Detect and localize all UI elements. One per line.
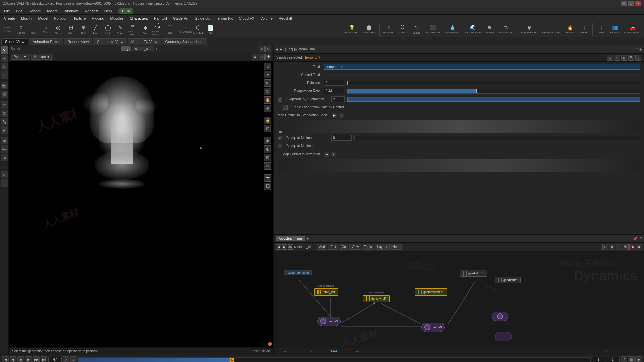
tool-null[interactable]: ⊕Null	[77, 23, 89, 36]
vp-display-icon[interactable]: ◉	[252, 54, 258, 60]
tl-key-btn[interactable]: ◆	[635, 356, 642, 362]
prop-value-controlfield[interactable]	[324, 74, 640, 76]
shelf-polygon[interactable]: Polygon	[51, 16, 70, 21]
tool-handle[interactable]: ⊡	[1, 110, 8, 117]
node-gasturbulence1[interactable]: gasturbulence1	[415, 288, 447, 296]
menu-file[interactable]: File	[1, 8, 13, 14]
graph-canvas[interactable]: Indie Edition Dynamics 人人素材 RRCG	[274, 251, 644, 355]
tool-mirror[interactable]: ⟺	[1, 145, 8, 153]
props-icon-2[interactable]: ≡	[614, 55, 620, 61]
graph-icon-3[interactable]: ⊡	[616, 244, 622, 250]
graph-btn-view[interactable]: View	[349, 244, 361, 250]
light-drivesimula[interactable]: 🚗Drive Simula..	[622, 24, 643, 35]
menu-render[interactable]: Render	[26, 8, 43, 14]
tab-animeditor[interactable]: Animation Editor	[29, 38, 63, 45]
tool-sphere[interactable]: ○Sphere	[15, 23, 27, 36]
tl-timescale[interactable]: ▷	[63, 356, 69, 362]
maximize-button[interactable]: □	[628, 1, 634, 6]
graph-btn-go[interactable]: Go	[339, 244, 348, 250]
shelf-characters[interactable]: Characters	[127, 16, 151, 21]
light-rigidbodies[interactable]: ⬛Rigid Bodies	[423, 24, 442, 35]
tool-move[interactable]: ✛	[1, 55, 8, 62]
light-crowds[interactable]: 👥Crowds	[608, 24, 622, 35]
graph-btn-add[interactable]: Add	[317, 244, 327, 250]
graph-btn-tools[interactable]: Tools	[362, 244, 374, 250]
prop-ramp-max[interactable]	[278, 159, 640, 172]
tl-start-frame[interactable]: 1	[592, 357, 605, 362]
shelf-create[interactable]: Create	[1, 16, 18, 21]
props-icon-1[interactable]: ⊡	[607, 55, 613, 61]
node-density-diff[interactable]: density_diff	[363, 295, 390, 302]
tool-curve[interactable]: ∿Curve	[114, 23, 126, 36]
vp-icon-rotate[interactable]: ↻	[264, 88, 271, 95]
prop-ramp-evap[interactable]	[278, 120, 640, 133]
prop-input-evapsubtract[interactable]: 2	[331, 96, 345, 102]
graph-icon-1[interactable]: ⊞	[602, 244, 608, 250]
node-merge5[interactable]: merge5	[421, 323, 445, 332]
menu-windows[interactable]: Windows	[61, 8, 82, 14]
ramp-handle-left[interactable]	[279, 131, 282, 133]
shelf-hairutil[interactable]: Hair Util	[151, 16, 170, 21]
props-node-btn[interactable]: steam_sim	[299, 47, 315, 51]
tool-scale[interactable]: ⤢	[1, 71, 8, 79]
vp-icon-render[interactable]: 📷	[264, 174, 271, 182]
tool-lsystem[interactable]: ⌗L-System	[180, 23, 192, 36]
tool-spraypaint[interactable]: ⛆Spray Paint	[152, 23, 164, 36]
node-bottom-partial[interactable]	[495, 332, 512, 341]
graph-nav-steam[interactable]: steam_sim	[297, 245, 313, 249]
menu-assets[interactable]: Assets	[44, 8, 60, 14]
tool-snap[interactable]: 🔧	[1, 118, 8, 125]
light-wire[interactable]: ⌇Wire	[594, 24, 608, 35]
graph-btn-edit[interactable]: Edit	[328, 244, 338, 250]
light-fem[interactable]: ⌇FEM	[577, 24, 591, 35]
vp-tab-steam[interactable]: steam_sim	[132, 46, 154, 51]
prop-check-scaleevap[interactable]	[283, 105, 288, 110]
prop-slider-diffusion[interactable]	[347, 81, 640, 85]
shelf-model[interactable]: Model	[35, 16, 51, 21]
tool-tube[interactable]: ⌾Tube	[40, 23, 52, 36]
tl-play-btn[interactable]: ▶	[25, 356, 32, 362]
tool-extra1[interactable]: ↗	[1, 171, 8, 178]
graph-icon-settings[interactable]: ⚙	[636, 244, 642, 250]
graph-nav-obj[interactable]: obj	[288, 244, 293, 250]
light-particlefluid[interactable]: 💧Particle Fluid	[443, 24, 462, 35]
tool-render[interactable]: 🎬	[1, 90, 8, 98]
tl-audio[interactable]: ♪	[70, 356, 77, 362]
tool-box[interactable]: □Box	[28, 23, 40, 36]
graph-icon-record[interactable]: ⏺	[629, 244, 635, 250]
tool-file[interactable]: 📄File	[205, 23, 217, 36]
tl-loop-btn[interactable]: ↺	[621, 356, 627, 362]
node-far-right[interactable]	[492, 312, 508, 321]
props-icon-help[interactable]: ?	[635, 55, 641, 61]
graph-btn-layout[interactable]: Layout	[375, 244, 390, 250]
prop-check-clampmax[interactable]	[278, 144, 282, 148]
map-ctrl-btn1[interactable]: ▶	[332, 113, 337, 118]
tool-soft[interactable]: ◎	[1, 154, 8, 161]
tab-motionfx[interactable]: Motion FX View	[128, 38, 161, 45]
light-grains[interactable]: ⠿Grains	[396, 24, 409, 35]
map-ctrl-btn2[interactable]: ▾	[339, 113, 344, 118]
close-button[interactable]: ✕	[635, 1, 641, 6]
menu-build[interactable]: Build	[119, 8, 133, 14]
light-containertool[interactable]: □Container Tools	[540, 24, 563, 35]
vp-tab-obj[interactable]: obj	[121, 46, 131, 51]
vp-icon-fit[interactable]: ⊞	[264, 79, 271, 87]
prop-input-clampmin[interactable]: 0	[331, 135, 352, 141]
shelf-cloudfx[interactable]: Cloud FX	[236, 16, 257, 21]
tab-geospreadsheet[interactable]: Geometry Spreadsheet	[162, 38, 207, 45]
vp-persp-dropdown[interactable]: Persp ▼	[11, 54, 30, 60]
tab-add-button[interactable]: +	[208, 39, 214, 45]
minimize-button[interactable]: ─	[621, 1, 627, 6]
light-oceans[interactable]: ≋Oceans	[483, 24, 496, 35]
viewport-canvas[interactable]: 人人素材 RRCG 人人素材	[9, 61, 273, 347]
graph-tab-main[interactable]: /obj/steam_sim	[276, 236, 305, 241]
shelf-muscles[interactable]: Muscles	[108, 16, 126, 21]
vp-icon-grid[interactable]: ⊡	[264, 125, 271, 132]
vp-lighting-icon[interactable]: 💡	[265, 54, 271, 60]
light-collections[interactable]: ⬤Collections	[361, 24, 378, 35]
props-back-btn[interactable]: ◀	[276, 47, 278, 51]
prop-check-evapsubtract[interactable]	[278, 97, 282, 102]
light-pyrofx[interactable]: 🔥Pyro FX	[563, 24, 577, 35]
tab-renderview[interactable]: Render View	[64, 38, 93, 45]
node-merge3[interactable]: merge3	[317, 317, 341, 326]
